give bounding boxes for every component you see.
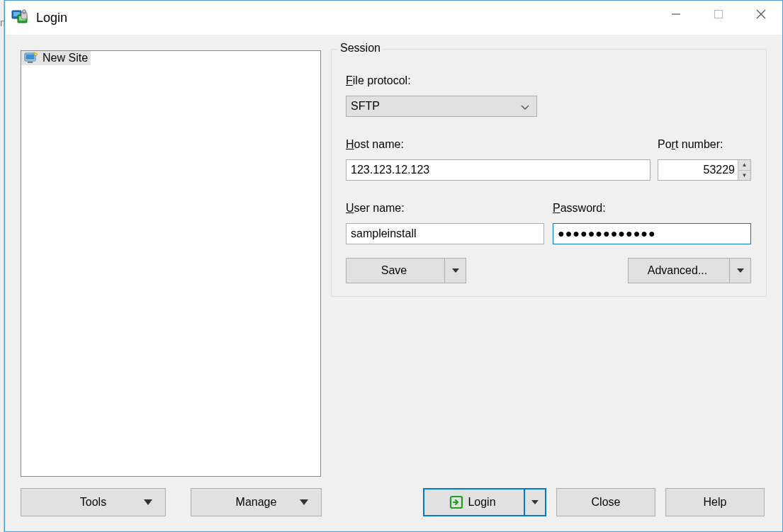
- manage-button[interactable]: Manage: [191, 488, 322, 516]
- file-protocol-label: File protocol:: [346, 74, 411, 87]
- login-button-dropdown[interactable]: [524, 489, 545, 515]
- session-legend: Session: [337, 42, 383, 55]
- tools-button[interactable]: Tools: [21, 488, 166, 516]
- save-button[interactable]: Save: [346, 258, 466, 283]
- site-item-label: New Site: [43, 52, 88, 64]
- password-label: Password:: [553, 202, 606, 215]
- triangle-down-icon: [531, 500, 539, 504]
- triangle-down-icon: [737, 268, 744, 273]
- session-group: Session File protocol: SFTP Host name: P…: [331, 49, 767, 297]
- advanced-button[interactable]: Advanced...: [628, 258, 751, 283]
- svg-rect-12: [28, 62, 33, 63]
- close-window-button[interactable]: [740, 1, 782, 28]
- svg-rect-11: [26, 55, 35, 60]
- user-name-input[interactable]: [346, 223, 544, 244]
- port-spinner-up[interactable]: ▲: [738, 160, 750, 170]
- triangle-down-icon: [452, 268, 459, 273]
- titlebar: Login: [5, 1, 782, 35]
- save-button-dropdown[interactable]: [444, 259, 466, 283]
- save-button-main[interactable]: Save: [347, 259, 441, 283]
- advanced-button-main[interactable]: Advanced...: [629, 259, 726, 283]
- host-name-label: Host name:: [346, 138, 404, 151]
- file-protocol-value: SFTP: [351, 100, 380, 113]
- port-spinner-down[interactable]: ▼: [738, 170, 750, 181]
- computer-icon: [24, 52, 38, 64]
- help-button[interactable]: Help: [665, 488, 765, 516]
- window-title: Login: [36, 11, 67, 26]
- file-protocol-select[interactable]: SFTP: [346, 96, 537, 117]
- close-button[interactable]: Close: [556, 488, 655, 516]
- minimize-button[interactable]: [655, 1, 697, 28]
- login-dialog-window: Login: [4, 0, 783, 532]
- host-name-input[interactable]: [346, 159, 650, 181]
- login-icon: [449, 495, 463, 509]
- chevron-down-icon: [521, 102, 529, 115]
- triangle-down-icon: [300, 499, 308, 505]
- sites-list[interactable]: New Site: [21, 50, 321, 477]
- site-item-new-site[interactable]: New Site: [21, 51, 91, 65]
- user-name-label: User name:: [346, 202, 405, 215]
- client-area: New Site Session File protocol: SFTP Hos…: [5, 35, 782, 531]
- app-icon: [11, 8, 30, 28]
- port-spinner: ▲ ▼: [738, 160, 750, 180]
- login-button[interactable]: Login: [423, 488, 546, 516]
- maximize-button[interactable]: [697, 1, 740, 28]
- password-input[interactable]: [553, 223, 751, 244]
- login-button-main[interactable]: Login: [424, 489, 521, 515]
- svg-rect-7: [715, 11, 723, 18]
- port-number-label: Port number:: [658, 138, 723, 151]
- advanced-button-dropdown[interactable]: [729, 259, 750, 283]
- triangle-down-icon: [144, 499, 152, 505]
